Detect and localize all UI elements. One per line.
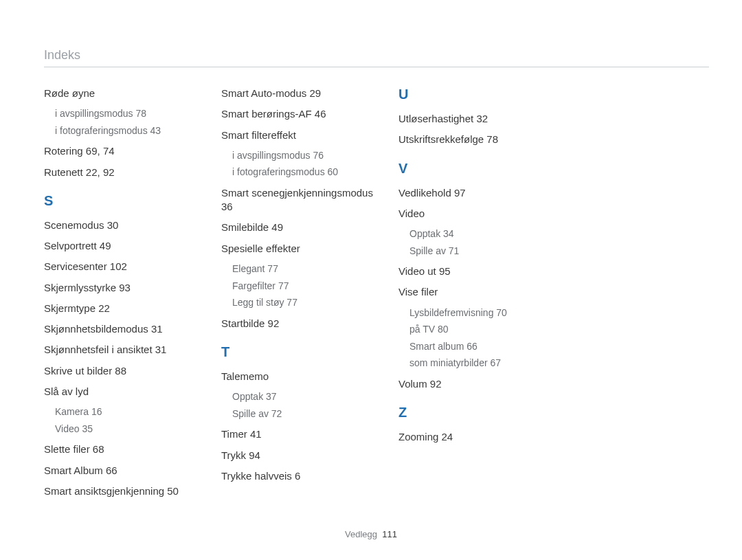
- subentry: på TV 80: [409, 323, 563, 337]
- index-col-2: Smart Auto-modus 29 Smart berørings-AF 4…: [221, 87, 386, 505]
- subentry: Opptak 34: [409, 227, 563, 241]
- entry-smart-auto: Smart Auto-modus 29: [221, 87, 386, 100]
- entry-servicesenter: Servicesenter 102: [44, 260, 209, 273]
- subentry: Video 35: [55, 423, 209, 436]
- entry-skjermlysstyrke: Skjermlysstyrke 93: [44, 281, 209, 295]
- subentry: Elegant 77: [232, 262, 386, 276]
- entry-smart-ansiktsgjenkjenning: Smart ansiktsgjenkjenning 50: [44, 484, 209, 498]
- entry-smart-berorings: Smart berørings-AF 46: [221, 107, 386, 121]
- subentry: Spille av 72: [232, 407, 386, 421]
- index-letter-v: V: [398, 161, 563, 177]
- subentry: Smart album 66: [409, 340, 563, 354]
- subentry: i fotograferingsmodus 60: [232, 166, 386, 179]
- entry-vedlikehold: Vedlikehold 97: [398, 186, 563, 200]
- entry-smilebilde: Smilebilde 49: [221, 221, 386, 234]
- entry-talememo: Talememo: [221, 370, 386, 383]
- entry-video: Video: [398, 207, 563, 221]
- entry-rode-oyne: Røde øyne: [44, 87, 209, 100]
- entry-sla-av-lyd: Slå av lyd: [44, 385, 209, 399]
- index-letter-z: Z: [398, 405, 563, 421]
- entry-zooming: Zooming 24: [398, 430, 563, 444]
- subentry: Fargefilter 77: [232, 280, 386, 293]
- entry-spesielle-effekter: Spesielle effekter: [221, 242, 386, 256]
- entry-startbilde: Startbilde 92: [221, 317, 386, 331]
- entry-smart-filtereffekt: Smart filtereffekt: [221, 128, 386, 142]
- subentry: som miniatyrbilder 67: [409, 357, 563, 370]
- entry-utloserhastighet: Utløserhastighet 32: [398, 112, 563, 126]
- entry-skjonnhetsfeil: Skjønnhetsfeil i ansiktet 31: [44, 343, 209, 357]
- index-letter-t: T: [221, 344, 386, 360]
- index-letter-u: U: [398, 87, 563, 102]
- entry-utskriftsrekkefolge: Utskriftsrekkefølge 78: [398, 133, 563, 146]
- page-title: Indeks: [44, 48, 709, 67]
- page-footer: Vedlegg 111: [0, 529, 742, 539]
- entry-trykk: Trykk 94: [221, 449, 386, 462]
- entry-smart-scene: Smart scenegjenkjenningsmodus 36: [221, 186, 386, 214]
- footer-label: Vedlegg: [345, 529, 377, 539]
- index-columns: Røde øyne i avspillingsmodus 78 i fotogr…: [44, 87, 709, 505]
- entry-skrive-ut-bilder: Skrive ut bilder 88: [44, 364, 209, 378]
- subentry: Kamera 16: [55, 405, 209, 419]
- entry-selvportrett: Selvportrett 49: [44, 239, 209, 253]
- index-col-3: U Utløserhastighet 32 Utskriftsrekkefølg…: [398, 87, 563, 505]
- entry-slette-filer: Slette filer 68: [44, 443, 209, 456]
- subentry: i avspillingsmodus 76: [232, 149, 386, 163]
- entry-skjermtype: Skjermtype 22: [44, 302, 209, 315]
- entry-trykke-halvveis: Trykke halvveis 6: [221, 469, 386, 483]
- entry-smart-album: Smart Album 66: [44, 464, 209, 478]
- entry-video-ut: Video ut 95: [398, 265, 563, 278]
- entry-scenemodus: Scenemodus 30: [44, 219, 209, 232]
- subentry: Legg til støy 77: [232, 296, 386, 310]
- index-letter-s: S: [44, 193, 209, 209]
- index-page: Indeks Røde øyne i avspillingsmodus 78 i…: [0, 0, 742, 560]
- subentry: Opptak 37: [232, 390, 386, 404]
- entry-vise-filer: Vise filer: [398, 285, 563, 299]
- entry-rotering: Rotering 69, 74: [44, 144, 209, 158]
- subentry: Spille av 71: [409, 245, 563, 258]
- subentry: Lysbildefremvisning 70: [409, 306, 563, 320]
- subentry: i avspillingsmodus 78: [55, 107, 209, 121]
- entry-timer: Timer 41: [221, 427, 386, 441]
- subentry: i fotograferingsmodus 43: [55, 124, 209, 138]
- entry-rutenett: Rutenett 22, 92: [44, 166, 209, 179]
- entry-skjonnhetsbildemodus: Skjønnhetsbildemodus 31: [44, 322, 209, 336]
- entry-volum: Volum 92: [398, 377, 563, 391]
- index-col-1: Røde øyne i avspillingsmodus 78 i fotogr…: [44, 87, 209, 505]
- footer-page-number: 111: [382, 529, 397, 539]
